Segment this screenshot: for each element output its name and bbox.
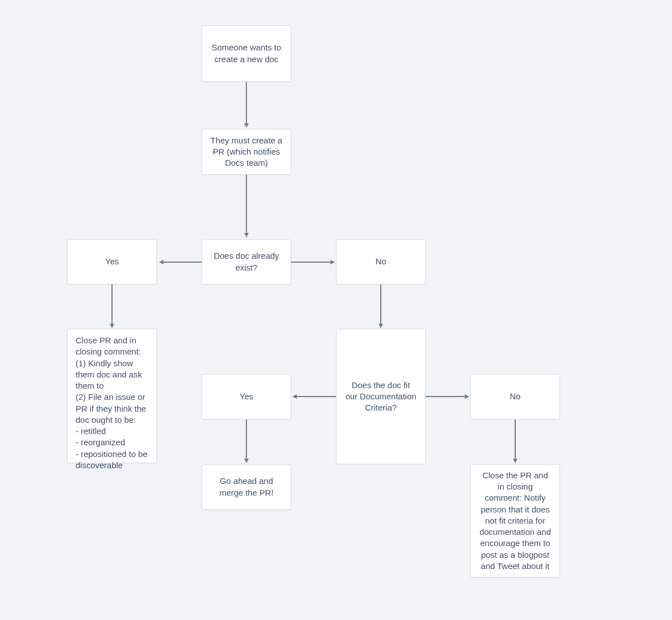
node-no-1: No — [336, 239, 426, 285]
node-create-pr: They must create a PR (which notifies Do… — [202, 129, 291, 175]
node-no-1-text: No — [344, 256, 417, 267]
node-no-2-text: No — [479, 391, 552, 402]
node-start-text: Someone wants to create a new doc — [210, 42, 283, 65]
node-no-2: No — [470, 374, 560, 419]
flowchart-arrows — [0, 0, 672, 620]
node-close-pr-1: Close PR and in closing comment: (1) Kin… — [67, 329, 157, 463]
node-criteria-text: Does the doc fit our Documentation Crite… — [344, 380, 417, 414]
node-yes-2-text: Yes — [210, 391, 283, 402]
node-merge-text: Go ahead and merge the PR! — [210, 476, 283, 498]
node-criteria: Does the doc fit our Documentation Crite… — [336, 329, 426, 464]
node-yes-1-text: Yes — [76, 256, 148, 267]
node-doc-exists-text: Does doc already exist? — [210, 250, 283, 273]
node-yes-1: Yes — [67, 239, 157, 285]
node-close-pr-2-text: Close the PR and in closing comment: Not… — [479, 470, 552, 572]
node-yes-2: Yes — [202, 374, 291, 419]
node-close-pr-1-text: Close PR and in closing comment: (1) Kin… — [76, 335, 148, 471]
node-close-pr-2: Close the PR and in closing comment: Not… — [470, 464, 560, 577]
node-create-pr-text: They must create a PR (which notifies Do… — [210, 135, 283, 169]
node-start: Someone wants to create a new doc — [202, 25, 291, 82]
node-merge: Go ahead and merge the PR! — [202, 464, 291, 510]
node-doc-exists: Does doc already exist? — [202, 239, 291, 285]
